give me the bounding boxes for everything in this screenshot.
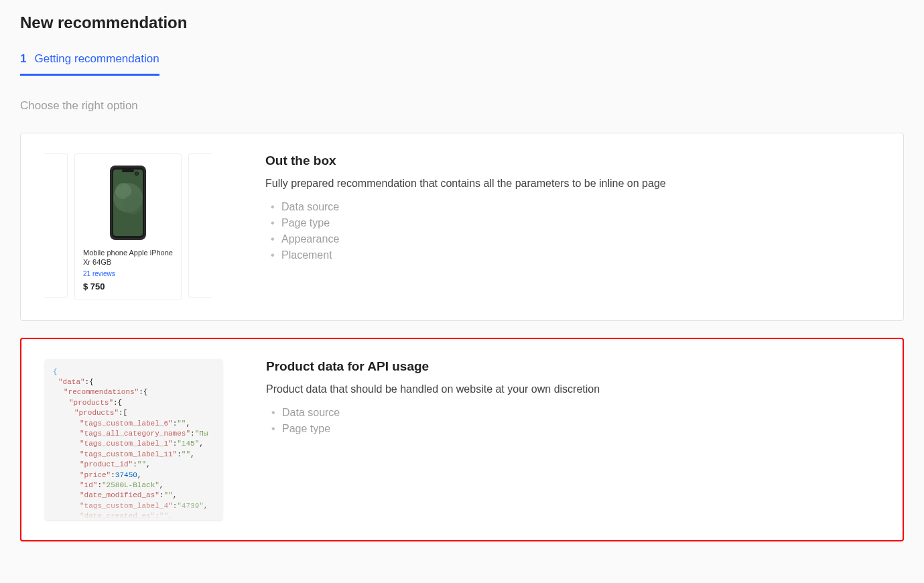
subtitle: Choose the right option [20,99,904,113]
tab-number: 1 [20,52,26,66]
svg-point-5 [123,194,143,214]
phone-image [83,162,173,243]
option-bullets: Data source Page type [266,405,879,437]
bullet-item: Page type [265,215,880,231]
product-card: Mobile phone Apple iPhone Xr 64GB 21 rev… [74,153,182,300]
bullet-item: Data source [265,199,880,215]
option-content: Out the box Fully prepared recommendatio… [265,153,880,300]
product-price: $ 750 [83,281,173,292]
option-content: Product data for API usage Product data … [266,359,879,520]
phone-icon [105,164,151,241]
option-description: Fully prepared recommendation that conta… [265,178,880,190]
bullet-item: Page type [266,421,879,437]
tab-getting-recommendation[interactable]: 1 Getting recommendation [20,52,159,76]
code-preview: {"data":{"recommendations":{"products":{… [45,359,222,520]
product-card-partial-right [188,153,212,298]
page-title: New recommendation [20,13,904,32]
preview-code: {"data":{"recommendations":{"products":{… [45,359,233,520]
svg-rect-6 [122,170,134,172]
tabs: 1 Getting recommendation [20,52,904,76]
product-card-partial-left [44,153,68,298]
svg-point-8 [135,172,138,175]
preview-product: Mobile phone Apple iPhone Xr 64GB 21 rev… [44,153,232,300]
product-name: Mobile phone Apple iPhone Xr 64GB [83,248,173,267]
tab-label: Getting recommendation [34,52,159,66]
option-bullets: Data source Page type Appearance Placeme… [265,199,880,263]
option-title: Out the box [265,153,880,168]
option-description: Product data that should be handled on w… [266,383,879,395]
option-product-data-api[interactable]: {"data":{"recommendations":{"products":{… [20,338,904,541]
option-title: Product data for API usage [266,359,879,374]
option-out-the-box[interactable]: Mobile phone Apple iPhone Xr 64GB 21 rev… [20,133,904,321]
bullet-item: Data source [266,405,879,421]
bullet-item: Appearance [265,231,880,247]
product-reviews: 21 reviews [83,270,173,277]
bullet-item: Placement [265,247,880,263]
